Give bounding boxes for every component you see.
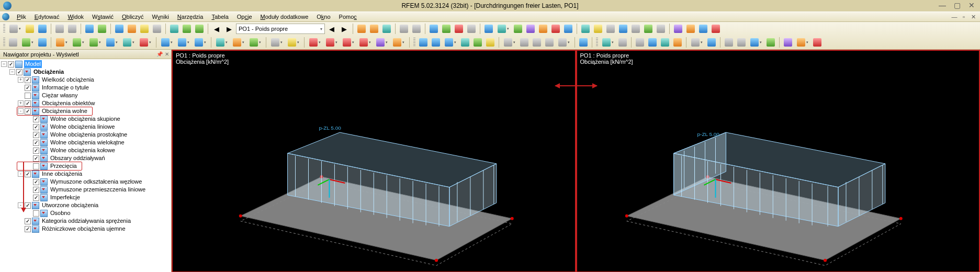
deselect-button[interactable] [630, 23, 641, 35]
selection-button[interactable] [605, 23, 616, 35]
tree-item[interactable]: Ciężar własny [1, 92, 171, 99]
checkbox[interactable]: ✓ [8, 61, 14, 67]
mdi-minimize[interactable]: — [950, 13, 959, 21]
save-button[interactable] [37, 23, 48, 35]
checkbox[interactable]: ✓ [33, 132, 39, 138]
ecc-button[interactable] [247, 37, 263, 48]
viewport-left[interactable]: PO1 : Poids propre Obciążenia [kN/m^2] [172, 50, 576, 272]
tree-item[interactable]: −✓Obciążenia [1, 68, 171, 76]
extra-3[interactable] [748, 37, 764, 48]
navigator-close-icon[interactable]: ✕ [165, 51, 169, 57]
lc-combos-button[interactable] [398, 23, 410, 35]
view-x-button[interactable] [519, 37, 530, 48]
expand-toggle[interactable]: − [9, 69, 15, 75]
snap-button[interactable] [428, 23, 440, 35]
info-button[interactable] [710, 23, 722, 35]
zoom-window-button[interactable] [37, 37, 48, 48]
nodal-support-button[interactable] [159, 37, 175, 48]
copy-view-button[interactable] [655, 23, 667, 35]
show-hinges-button[interactable] [550, 23, 561, 35]
nodal-load-button[interactable] [307, 37, 323, 48]
toolbar-grip[interactable] [3, 38, 5, 47]
solid-button[interactable] [121, 37, 137, 48]
member-button[interactable] [87, 37, 103, 48]
dimensions-button[interactable] [689, 37, 705, 48]
checkbox[interactable]: ✓ [33, 124, 39, 130]
expand-toggle[interactable]: - [18, 108, 24, 114]
loads-toggle-button[interactable] [194, 23, 205, 35]
mdi-restore[interactable]: ▫ [959, 13, 968, 21]
viewport-right[interactable]: PO1 : Poids propre Obciążenia [kN/m^2] [576, 50, 981, 272]
view-y-button[interactable] [531, 37, 543, 48]
free-load-button[interactable] [391, 37, 407, 48]
extra-1[interactable] [723, 37, 735, 48]
settings-button[interactable] [151, 23, 163, 35]
tree-item[interactable]: ✓Różniczkowe obciążenia ujemne [1, 225, 171, 233]
expand-toggle[interactable]: − [1, 61, 7, 67]
show-loads-button[interactable] [512, 23, 524, 35]
expand-toggle[interactable]: + [18, 77, 24, 83]
zoom-extents-button[interactable] [418, 37, 429, 48]
extra-5[interactable] [782, 37, 794, 48]
inverse-button[interactable] [643, 23, 654, 35]
render-mode-button[interactable] [600, 37, 616, 48]
tree-item[interactable]: +✓Obciążenia obiektów [1, 99, 171, 107]
filter-button[interactable] [580, 23, 591, 35]
menu-wstawic[interactable]: Wstawić [88, 13, 118, 21]
results-toggle-button[interactable] [181, 23, 193, 35]
comment-button[interactable] [139, 23, 150, 35]
new-file-button[interactable] [7, 23, 23, 35]
print-button[interactable] [54, 23, 65, 35]
tree-item[interactable]: ✓Imperfekcje [1, 194, 171, 201]
tree-item[interactable]: -✓Utworzone obciążenia [1, 201, 171, 209]
tree-item[interactable]: ✓Informacje o tytule [1, 84, 171, 92]
tree-item[interactable]: ✓Wolne obciążenia skupione [1, 115, 171, 123]
menu-moduly[interactable]: Moduły dodatkowe [256, 13, 313, 21]
pointer-button[interactable] [7, 37, 19, 48]
tree-item[interactable]: ✓Wymuszone odkształcenia węzłowe [1, 178, 171, 186]
menu-opcje[interactable]: Opcje [233, 13, 256, 21]
face-select-button[interactable] [659, 37, 671, 48]
rotate-button[interactable] [485, 37, 496, 48]
display-toggle-button[interactable] [168, 23, 180, 35]
calc-params-button[interactable] [381, 23, 392, 35]
generate-button[interactable] [495, 23, 511, 35]
navigator-pin-icon[interactable]: 📌 [156, 51, 163, 57]
checkbox[interactable]: ✓ [33, 195, 39, 201]
system-menu-icon[interactable] [2, 13, 9, 20]
minimize-button[interactable]: — [935, 0, 950, 10]
checkbox[interactable]: ✓ [33, 179, 39, 185]
extra-4[interactable] [765, 37, 776, 48]
tree-item[interactable]: -✓Obciążenia wolne [1, 107, 171, 115]
visibility-button[interactable] [592, 23, 604, 35]
solid-load-button[interactable] [374, 37, 390, 48]
tree-item[interactable]: ✓Wolne obciążenia wielokątne [1, 139, 171, 146]
surface-load-button[interactable] [357, 37, 373, 48]
view-custom-button[interactable] [556, 37, 572, 48]
checkbox[interactable]: ✓ [25, 108, 31, 115]
tree-item[interactable]: −✓Model [1, 60, 171, 68]
show-supports-button[interactable] [537, 23, 549, 35]
surface-button[interactable] [104, 37, 120, 48]
checkbox[interactable]: ✓ [16, 69, 22, 75]
line-support-button[interactable] [176, 37, 192, 48]
menu-narzedzia[interactable]: Narzędzia [173, 13, 208, 21]
checkbox[interactable]: ✓ [33, 116, 39, 122]
layers-button[interactable] [685, 23, 696, 35]
mdi-close[interactable]: ✕ [968, 13, 978, 21]
toolbar-grip[interactable] [3, 24, 5, 33]
pan-view-button[interactable] [472, 37, 483, 48]
checkbox[interactable] [25, 93, 31, 99]
grid-button[interactable] [114, 23, 125, 35]
member-hinge-button[interactable] [231, 37, 246, 48]
member-load-button[interactable] [341, 37, 356, 48]
tree-item[interactable]: ✓Wymuszone przemieszczenia liniowe [1, 186, 171, 194]
tree-item[interactable]: ✓Kategoria oddziaływania sprężenia [1, 217, 171, 225]
loadcase-combo[interactable]: PO1 - Poids propre [236, 24, 325, 34]
help-button[interactable] [697, 23, 709, 35]
checkbox[interactable]: ✓ [25, 100, 31, 107]
tree-item[interactable]: ✓Obszary oddziaływań [1, 154, 171, 162]
edge-select-button[interactable] [672, 37, 683, 48]
checkbox[interactable] [33, 163, 39, 169]
ortho-button[interactable] [441, 23, 452, 35]
